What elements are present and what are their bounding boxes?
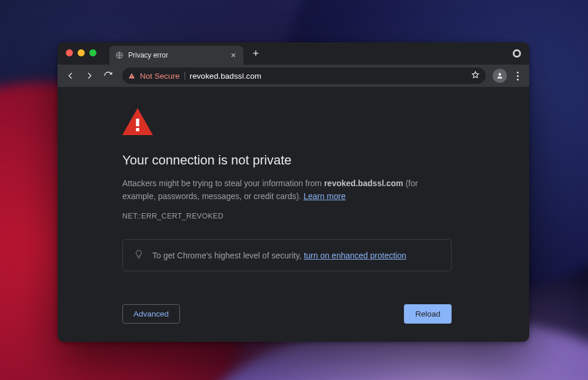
page-content: Your connection is not private Attackers… [58, 87, 529, 342]
learn-more-link[interactable]: Learn more [303, 191, 346, 201]
window-minimize-button[interactable] [78, 49, 85, 56]
kebab-menu-button[interactable] [510, 69, 524, 83]
browser-tab[interactable]: Privacy error × [109, 46, 243, 65]
large-warning-triangle-icon [122, 108, 153, 135]
svg-rect-1 [136, 119, 139, 126]
address-divider [185, 72, 185, 80]
address-bar[interactable]: Not Secure revoked.badssl.com [122, 68, 486, 84]
browser-window: Privacy error × + Not Secure revoked.bad… [58, 42, 529, 342]
toolbar: Not Secure revoked.badssl.com [58, 65, 529, 87]
extension-icon[interactable] [513, 49, 521, 58]
enhanced-protection-link[interactable]: turn on enhanced protection [304, 251, 406, 260]
enhanced-protection-banner: To get Chrome's highest level of securit… [122, 239, 452, 271]
lightbulb-icon [133, 249, 144, 261]
tab-strip: Privacy error × + [58, 42, 529, 65]
advanced-button[interactable]: Advanced [122, 304, 180, 324]
bookmark-star-icon[interactable] [471, 70, 480, 81]
warning-triangle-icon [128, 72, 135, 79]
error-code: NET::ERR_CERT_REVOKED [122, 212, 452, 220]
not-secure-label: Not Secure [140, 72, 180, 80]
error-heading: Your connection is not private [122, 153, 452, 168]
close-tab-button[interactable]: × [229, 51, 238, 59]
action-row: Advanced Reload [122, 304, 452, 324]
url-text: revoked.badssl.com [190, 72, 466, 80]
window-maximize-button[interactable] [89, 49, 96, 56]
back-button[interactable] [62, 68, 79, 84]
forward-button[interactable] [81, 68, 98, 84]
reload-button[interactable] [100, 68, 116, 84]
reload-page-button[interactable]: Reload [404, 304, 452, 324]
window-controls [66, 49, 96, 56]
error-host: revoked.badssl.com [324, 179, 403, 188]
new-tab-button[interactable]: + [248, 46, 263, 61]
window-close-button[interactable] [66, 49, 73, 56]
globe-icon [115, 51, 123, 59]
tab-title: Privacy error [128, 51, 225, 59]
error-description: Attackers might be trying to steal your … [122, 177, 452, 203]
profile-avatar-button[interactable] [493, 69, 507, 83]
svg-rect-2 [136, 128, 139, 131]
